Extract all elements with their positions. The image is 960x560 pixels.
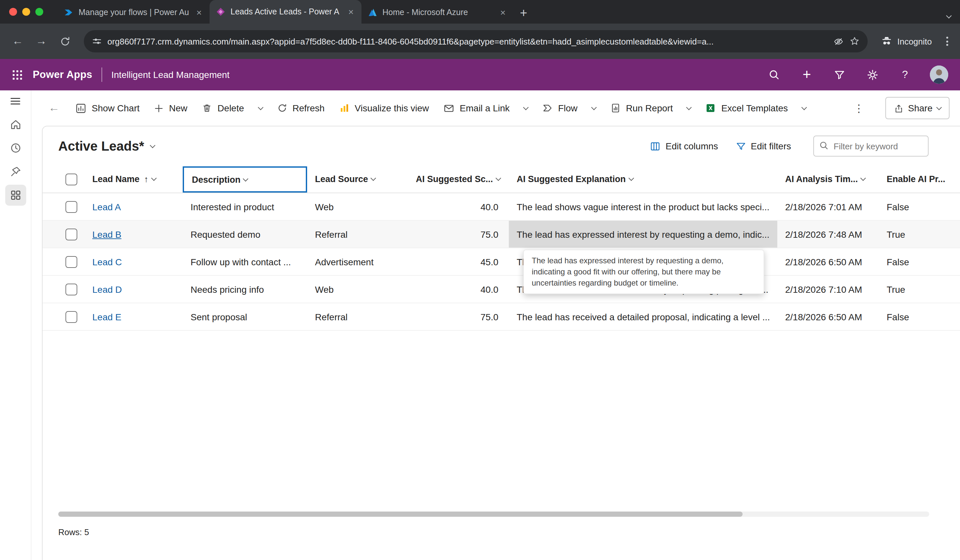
visualize-view-button[interactable]: Visualize this view (332, 96, 435, 120)
browser-forward-icon[interactable]: → (32, 32, 51, 51)
column-header-ai-score[interactable]: AI Suggested Sc... (408, 166, 509, 192)
browser-back-icon[interactable]: ← (8, 32, 27, 51)
share-button[interactable]: Share (885, 97, 949, 119)
tab-azure-home[interactable]: Home - Microsoft Azure × (362, 1, 514, 24)
incognito-badge: Incognito (877, 35, 938, 47)
row-checkbox[interactable] (66, 256, 77, 267)
refresh-icon (277, 103, 287, 113)
explanation-cell-focused[interactable]: The lead has expressed interest by reque… (509, 221, 777, 248)
lead-link[interactable]: Lead C (92, 256, 122, 267)
description-cell: Interested in product (183, 193, 307, 220)
column-menu-chevron[interactable] (628, 176, 634, 181)
view-title[interactable]: Active Leads* (58, 139, 144, 154)
tab-manage-flows[interactable]: Manage your flows | Power Au × (58, 1, 210, 24)
recent-clock-icon[interactable] (5, 138, 26, 158)
app-name[interactable]: Intelligent Lead Management (111, 69, 229, 80)
column-menu-chevron[interactable] (861, 176, 866, 181)
address-bar[interactable]: org860f7177.crm.dynamics.com/main.aspx?a… (84, 30, 868, 53)
enable-ai-cell: True (879, 276, 960, 302)
column-menu-chevron[interactable] (495, 176, 501, 181)
column-header-ai-analysis-time[interactable]: AI Analysis Tim... (777, 166, 879, 192)
table-row: Lead E Sent proposal Referral 75.0 The l… (43, 303, 960, 331)
enable-ai-cell: False (879, 303, 960, 330)
column-menu-chevron[interactable] (151, 176, 157, 181)
edit-columns-button[interactable]: Edit columns (645, 136, 723, 155)
eye-off-icon[interactable] (833, 36, 844, 47)
column-header-ai-explanation[interactable]: AI Suggested Explanation (509, 166, 777, 192)
sort-ascending-icon: ↑ (144, 174, 148, 184)
edit-filters-button[interactable]: Edit filters (730, 136, 796, 155)
delete-button[interactable]: Delete (195, 96, 251, 120)
url-text[interactable]: org860f7177.crm.dynamics.com/main.aspx?a… (107, 36, 828, 46)
column-menu-chevron[interactable] (243, 176, 248, 181)
horizontal-scrollbar[interactable] (58, 512, 929, 517)
report-icon (610, 103, 621, 113)
bookmark-star-icon[interactable] (849, 36, 860, 46)
hamburger-menu-icon[interactable] (5, 90, 26, 111)
column-header-enable-ai[interactable]: Enable AI Pr... (879, 166, 960, 192)
run-report-dropdown-chevron[interactable] (681, 96, 698, 120)
browser-menu-icon[interactable] (942, 37, 952, 46)
lead-link[interactable]: Lead D (92, 284, 122, 294)
lead-link[interactable]: Lead E (92, 312, 122, 322)
zoom-window-button[interactable] (35, 8, 43, 16)
help-icon[interactable]: ? (897, 67, 913, 83)
close-tab-icon[interactable]: × (195, 8, 203, 17)
close-window-button[interactable] (9, 8, 17, 16)
home-icon[interactable] (5, 114, 26, 135)
new-button[interactable]: New (147, 96, 194, 120)
sidebar (0, 90, 32, 560)
pinned-icon[interactable] (5, 161, 26, 182)
lead-link[interactable]: Lead B (92, 229, 122, 239)
lead-link[interactable]: Lead A (92, 202, 121, 212)
create-plus-icon[interactable]: + (799, 67, 814, 83)
run-report-button[interactable]: Run Report (604, 96, 679, 120)
view-selector-chevron[interactable] (150, 142, 155, 148)
email-dropdown-chevron[interactable] (518, 96, 535, 120)
row-count-label: Rows: 5 (58, 527, 89, 537)
close-tab-icon[interactable]: × (347, 7, 355, 16)
email-link-button[interactable]: Email a Link (437, 96, 516, 120)
search-icon[interactable] (766, 67, 782, 83)
overflow-menu-icon[interactable]: ⋮ (848, 102, 869, 114)
score-cell: 40.0 (408, 276, 509, 302)
tab-leads-active-leads[interactable]: Leads Active Leads - Power A × (210, 0, 362, 24)
user-avatar[interactable] (930, 66, 948, 84)
site-settings-icon[interactable] (92, 36, 102, 46)
close-tab-icon[interactable]: × (499, 8, 507, 17)
tab-title: Home - Microsoft Azure (382, 8, 494, 17)
explanation-tooltip: The lead has expressed interest by reque… (523, 250, 764, 294)
new-tab-button[interactable]: + (520, 6, 527, 19)
show-chart-button[interactable]: Show Chart (69, 96, 146, 120)
column-menu-chevron[interactable] (371, 176, 376, 181)
excel-templates-button[interactable]: Excel Templates (699, 96, 794, 120)
filter-keyword-input[interactable] (813, 136, 928, 157)
minimize-window-button[interactable] (22, 8, 30, 16)
refresh-button[interactable]: Refresh (270, 96, 331, 120)
filter-icon[interactable] (832, 67, 847, 83)
flow-button[interactable]: Flow (536, 96, 584, 120)
power-automate-icon (64, 8, 74, 17)
app-tables-icon[interactable] (5, 185, 26, 206)
browser-reload-icon[interactable] (55, 32, 75, 51)
row-checkbox[interactable] (66, 228, 77, 240)
waffle-icon[interactable] (9, 67, 25, 83)
column-header-lead-name[interactable]: Lead Name ↑ (85, 166, 183, 192)
gear-icon[interactable] (864, 67, 880, 83)
row-checkbox[interactable] (66, 311, 77, 323)
column-header-lead-source[interactable]: Lead Source (307, 166, 408, 192)
horizontal-scrollbar-thumb[interactable] (58, 512, 742, 517)
view-card: Active Leads* Edit columns Edit filters (42, 126, 960, 560)
excel-dropdown-chevron[interactable] (796, 96, 813, 120)
app-back-icon[interactable]: ← (48, 101, 67, 115)
tab-title: Manage your flows | Power Au (78, 8, 190, 17)
row-checkbox[interactable] (66, 201, 77, 213)
row-checkbox[interactable] (66, 283, 77, 295)
share-dropdown-chevron[interactable] (936, 104, 942, 110)
incognito-icon (881, 35, 893, 47)
flow-dropdown-chevron[interactable] (586, 96, 602, 120)
column-header-description[interactable]: Description (183, 166, 307, 192)
delete-dropdown-chevron[interactable] (252, 96, 269, 120)
select-all-checkbox[interactable] (66, 173, 77, 185)
tab-search-chevron-icon[interactable] (947, 8, 951, 20)
